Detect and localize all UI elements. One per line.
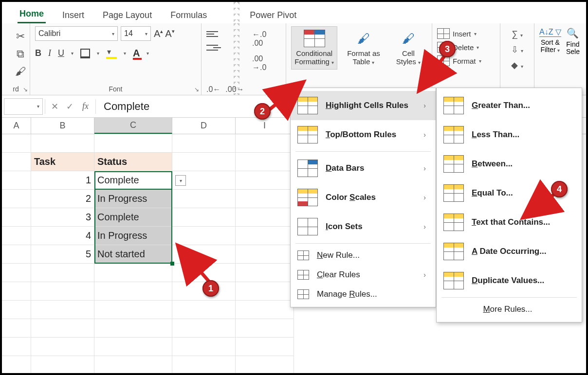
- tab-page-layout[interactable]: Page Layout: [101, 7, 154, 23]
- tab-formulas[interactable]: Formulas: [168, 7, 209, 23]
- cell[interactable]: [2, 301, 31, 319]
- fill-color-button[interactable]: [106, 48, 117, 59]
- decrease-decimal-icon[interactable]: ←.0.00: [252, 30, 281, 48]
- cell[interactable]: [172, 338, 236, 356]
- cell[interactable]: [2, 245, 31, 264]
- font-size-combo[interactable]: 14 ▾: [121, 26, 151, 41]
- fill-icon[interactable]: ⇩ ▾: [511, 44, 523, 55]
- enter-icon[interactable]: ✓: [66, 101, 74, 112]
- menu-more-rules[interactable]: More Rules... More Rules...: [437, 300, 582, 319]
- cell[interactable]: [172, 134, 236, 153]
- menu-icon-sets[interactable]: Icon Sets › Icon Sets: [291, 212, 436, 241]
- cell[interactable]: [2, 227, 31, 245]
- task-number[interactable]: 1: [31, 171, 94, 190]
- cell[interactable]: [31, 356, 94, 375]
- cell[interactable]: [236, 190, 294, 208]
- copy-icon[interactable]: ⧉: [17, 48, 24, 60]
- cell-styles-button[interactable]: 🖌 CellStyles ▾: [390, 26, 427, 70]
- formula-bar-value[interactable]: Complete: [98, 100, 149, 113]
- cell[interactable]: [31, 338, 94, 356]
- cell[interactable]: [94, 264, 172, 282]
- chevron-down-icon[interactable]: ▾: [124, 51, 126, 56]
- cell[interactable]: [236, 282, 294, 301]
- menu-data-bars[interactable]: Data Bars › Data Bars: [291, 154, 436, 183]
- menu-top-bottom-rules[interactable]: Top/Bottom Rules › Top/Bottom Rules: [291, 120, 436, 149]
- task-number[interactable]: 4: [31, 227, 94, 245]
- cell[interactable]: [236, 264, 294, 282]
- menu-duplicate-values[interactable]: Duplicate Values... Duplicate Values...: [437, 266, 582, 295]
- increase-decimal-icon[interactable]: .00→: [225, 85, 244, 94]
- cell[interactable]: [172, 264, 236, 282]
- fill-handle[interactable]: [170, 262, 174, 266]
- decrease-decimal-icon[interactable]: .0←: [206, 85, 220, 94]
- cell[interactable]: [2, 338, 31, 356]
- menu-between[interactable]: Between... Between...: [437, 149, 582, 179]
- cell[interactable]: [2, 282, 31, 301]
- sort-filter-button[interactable]: A↓Z ▽ Sort &Filter ▾: [539, 27, 561, 94]
- cell[interactable]: [236, 319, 294, 338]
- col-header-C[interactable]: C: [94, 118, 172, 134]
- cell[interactable]: [172, 245, 236, 264]
- cell[interactable]: [236, 171, 294, 190]
- cell[interactable]: [31, 264, 94, 282]
- header-task[interactable]: Task: [31, 153, 94, 171]
- task-number[interactable]: 3: [31, 208, 94, 227]
- align-left-icon[interactable]: [206, 31, 228, 37]
- col-header-I[interactable]: I: [236, 118, 294, 134]
- cell[interactable]: [172, 319, 236, 338]
- cell[interactable]: [2, 208, 31, 227]
- cell[interactable]: [236, 134, 294, 153]
- status-cell[interactable]: In Progress: [94, 190, 172, 208]
- menu-less-than[interactable]: Less Than... Less Than...: [437, 120, 582, 149]
- task-number[interactable]: 5: [31, 245, 94, 264]
- decrease-font-icon[interactable]: A▾: [165, 28, 174, 39]
- menu-manage-rules[interactable]: Manage Rules... Manage Rules...: [291, 285, 436, 304]
- name-box[interactable]: ▾: [4, 98, 43, 115]
- cell[interactable]: [2, 264, 31, 282]
- col-header-A[interactable]: A: [2, 118, 31, 134]
- tab-power-pivot[interactable]: Power Pivot: [248, 7, 298, 23]
- cell[interactable]: [236, 356, 294, 375]
- format-as-table-button[interactable]: 🖌 Format asTable ▾: [340, 26, 386, 70]
- chevron-down-icon[interactable]: ▾: [97, 51, 99, 56]
- menu-clear-rules[interactable]: Clear Rules › Clear Rules: [291, 265, 436, 285]
- cell[interactable]: [31, 301, 94, 319]
- underline-button[interactable]: U: [58, 48, 64, 58]
- cell[interactable]: [31, 319, 94, 338]
- cell[interactable]: [236, 301, 294, 319]
- status-cell[interactable]: Not started: [94, 245, 172, 264]
- increase-decimal-icon[interactable]: .00→.0: [252, 54, 281, 72]
- menu-text-contains[interactable]: Text that Contains... Text that Contains…: [437, 208, 582, 237]
- cell[interactable]: [2, 153, 31, 171]
- data-validation-dropdown[interactable]: ▾: [175, 175, 186, 186]
- font-color-button[interactable]: A: [133, 48, 140, 59]
- menu-color-scales[interactable]: Color Scales › Color Scales: [291, 183, 436, 212]
- italic-button[interactable]: I: [48, 48, 51, 58]
- status-cell[interactable]: In Progress: [94, 227, 172, 245]
- cell[interactable]: [236, 338, 294, 356]
- fx-icon[interactable]: fx: [77, 101, 93, 111]
- chevron-down-icon[interactable]: ▾: [147, 51, 149, 56]
- tab-insert[interactable]: Insert: [60, 7, 86, 23]
- menu-highlight-cells-rules[interactable]: Highlight Cells Rules › Highlight Cells …: [291, 91, 436, 120]
- status-cell[interactable]: Complete: [94, 208, 172, 227]
- cell[interactable]: [2, 134, 31, 153]
- align-center-icon[interactable]: [206, 45, 228, 51]
- cell[interactable]: [236, 208, 294, 227]
- cell[interactable]: [94, 134, 172, 153]
- menu-new-rule[interactable]: New Rule... New Rule...: [291, 246, 436, 265]
- chevron-down-icon[interactable]: ▾: [71, 51, 74, 56]
- cell[interactable]: [31, 282, 94, 301]
- header-status[interactable]: Status: [94, 153, 172, 171]
- cell[interactable]: [172, 227, 236, 245]
- cell[interactable]: [172, 190, 236, 208]
- cell[interactable]: [94, 319, 172, 338]
- cell[interactable]: [94, 356, 172, 375]
- conditional-formatting-button[interactable]: ConditionalFormatting ▾: [291, 26, 337, 70]
- cell[interactable]: [94, 301, 172, 319]
- menu-greater-than[interactable]: Greater Than... Greater Than...: [437, 91, 582, 120]
- cell[interactable]: [2, 356, 31, 375]
- cell[interactable]: [2, 171, 31, 190]
- cell[interactable]: [172, 301, 236, 319]
- cell[interactable]: [94, 338, 172, 356]
